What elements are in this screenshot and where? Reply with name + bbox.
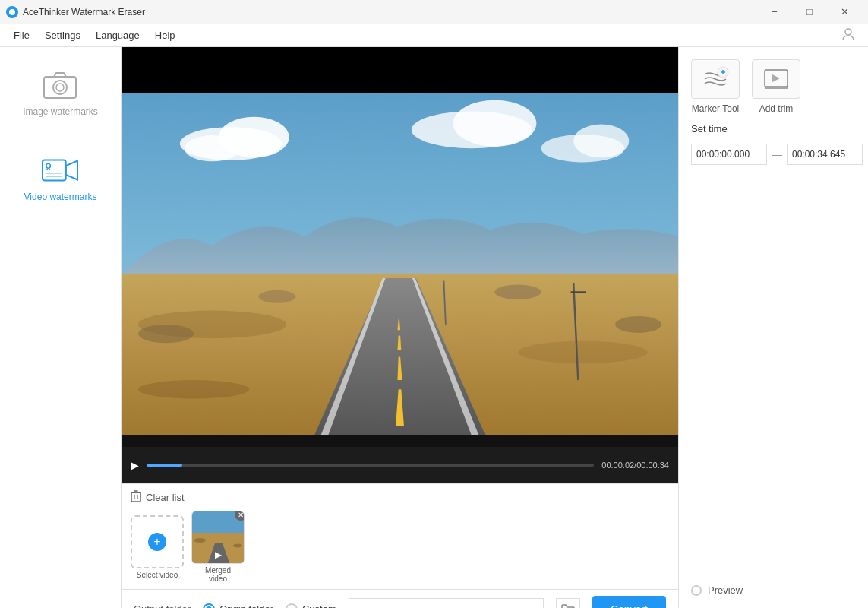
origin-folder-option[interactable]: Origin folder [203, 603, 273, 608]
svg-point-4 [56, 84, 64, 91]
svg-point-20 [138, 380, 249, 398]
sidebar-item-image-watermarks[interactable]: Image watermarks [8, 62, 113, 125]
play-button[interactable]: ▶ [131, 459, 139, 471]
progress-bar[interactable] [147, 464, 594, 467]
preview-label: Preview [708, 584, 743, 596]
browse-folder-button[interactable] [556, 598, 580, 608]
svg-rect-5 [43, 160, 66, 181]
add-video-label: Select video [137, 571, 178, 579]
tool-row: Marker Tool Add trim [691, 59, 856, 114]
clear-list-label: Clear list [146, 492, 185, 503]
svg-point-3 [53, 81, 67, 94]
add-trim-button[interactable]: Add trim [752, 59, 800, 114]
svg-point-33 [138, 325, 194, 343]
menu-items: File Settings Language Help [6, 27, 183, 44]
video-panel-row: ▶ 00:00:02/00:00:34 [122, 47, 868, 608]
svg-point-0 [9, 9, 15, 15]
app-title: AceThinker Watermark Eraser [23, 7, 145, 17]
time-separator: — [772, 148, 782, 160]
svg-point-31 [495, 284, 541, 299]
title-bar: AceThinker Watermark Eraser − □ ✕ [0, 0, 868, 24]
play-overlay-icon: ▶ [215, 549, 222, 560]
svg-rect-35 [131, 492, 140, 502]
video-black-bottom [122, 435, 678, 447]
menu-language[interactable]: Language [88, 27, 147, 44]
custom-folder-label: Custom [302, 603, 336, 608]
bottom-bar: Output folder Origin folder Custom [122, 589, 678, 608]
maximize-button[interactable]: □ [792, 0, 827, 24]
close-button[interactable]: ✕ [827, 0, 862, 24]
add-trim-icon-box [752, 59, 800, 99]
user-profile-icon[interactable] [835, 24, 862, 48]
video-player: ▶ 00:00:02/00:00:34 [122, 47, 678, 483]
preview-row: Preview [691, 584, 856, 596]
marker-tool-label: Marker Tool [692, 103, 739, 114]
title-bar-left: AceThinker Watermark Eraser [6, 6, 145, 18]
video-controls: ▶ 00:00:02/00:00:34 [122, 447, 678, 483]
sidebar-label-video: Video watermarks [24, 192, 97, 202]
origin-folder-radio[interactable] [203, 603, 215, 608]
svg-point-12 [185, 135, 240, 161]
svg-point-14 [453, 100, 537, 147]
time-end-input[interactable] [787, 144, 863, 165]
file-list-section: Clear list + Select video [122, 483, 678, 589]
marker-tool-icon-box [691, 59, 740, 99]
output-folder-label: Output folder [134, 603, 191, 608]
svg-point-1 [845, 29, 851, 35]
svg-point-6 [46, 163, 51, 168]
minimize-button[interactable]: − [757, 0, 792, 24]
svg-point-43 [233, 544, 242, 548]
menu-bar: File Settings Language Help [0, 24, 868, 47]
file-items: + Select video ✕ [131, 511, 669, 583]
add-video-button[interactable]: + [131, 515, 184, 568]
trash-icon [131, 490, 141, 505]
time-inputs: — [691, 144, 856, 165]
video-camera-icon [41, 155, 79, 185]
convert-button[interactable]: Convert [592, 596, 666, 608]
svg-point-32 [259, 290, 296, 303]
video-frame [122, 93, 678, 435]
clear-list-row[interactable]: Clear list [131, 490, 669, 505]
custom-folder-option[interactable]: Custom [286, 603, 336, 608]
sidebar: Image watermarks Video watermarks [0, 47, 122, 608]
main-layout: Image watermarks Video watermarks [0, 47, 868, 608]
menu-help[interactable]: Help [147, 27, 183, 44]
sidebar-item-video-watermarks[interactable]: Video watermarks [9, 147, 112, 210]
app-icon [6, 6, 18, 18]
preview-radio[interactable] [691, 585, 702, 596]
svg-point-42 [194, 538, 206, 543]
svg-point-19 [518, 341, 648, 363]
add-plus-icon: + [148, 533, 166, 551]
custom-folder-radio[interactable] [286, 603, 298, 608]
merged-video-thumb[interactable]: ✕ ▶ [191, 511, 245, 564]
origin-folder-label: Origin folder [219, 603, 273, 608]
merged-video-label: Merged video [205, 566, 231, 583]
marker-tool-button[interactable]: Marker Tool [691, 59, 740, 114]
video-section: ▶ 00:00:02/00:00:34 [122, 47, 678, 608]
custom-path-input[interactable] [349, 598, 544, 608]
camera-icon [41, 70, 79, 100]
add-trim-label: Add trim [759, 103, 794, 114]
time-start-input[interactable] [691, 144, 767, 165]
title-bar-controls: − □ ✕ [757, 0, 862, 24]
time-display: 00:00:02/00:00:34 [601, 461, 669, 470]
menu-file[interactable]: File [6, 27, 37, 44]
set-time-label: Set time [691, 123, 856, 135]
svg-point-34 [615, 316, 661, 333]
right-panel: Marker Tool Add trim [678, 47, 868, 608]
video-black-top [122, 47, 678, 93]
content-area: ▶ 00:00:02/00:00:34 [122, 47, 868, 608]
menu-settings[interactable]: Settings [37, 27, 88, 44]
progress-fill [147, 464, 182, 467]
svg-point-16 [573, 124, 629, 157]
svg-marker-48 [772, 74, 780, 82]
sidebar-label-image: Image watermarks [23, 106, 98, 117]
